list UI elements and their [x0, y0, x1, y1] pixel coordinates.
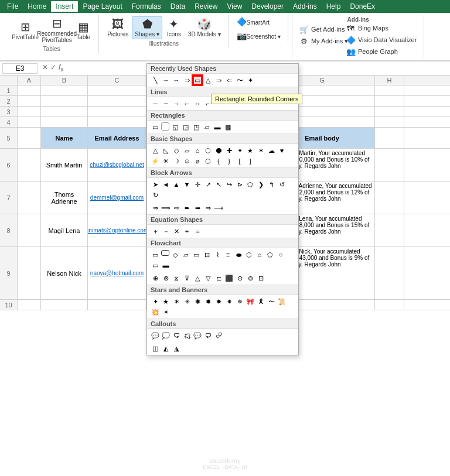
menu-formulas[interactable]: Formulas [127, 1, 166, 12]
menu-review[interactable]: Review [190, 1, 222, 12]
insert-function-icon[interactable]: fx [59, 63, 63, 73]
co-oval[interactable]: 🗨 [172, 331, 181, 340]
ba-extra5[interactable]: ➡ [193, 203, 202, 213]
menu-doneex[interactable]: DoneEx [345, 1, 380, 12]
ba-down[interactable]: ▼ [182, 180, 192, 189]
shape-arrow-left[interactable]: ⇐ [224, 76, 234, 85]
rect-snip2[interactable]: ◲ [181, 122, 190, 132]
bs-brace-l[interactable]: { [214, 156, 223, 166]
fc-seq[interactable]: ⬛ [224, 273, 234, 283]
shape-rect-rounded[interactable]: ▭ [193, 76, 202, 85]
sb-star16[interactable]: ✸ [214, 297, 223, 306]
menu-home[interactable]: Home [23, 1, 51, 12]
ba-pentagon[interactable]: ⬠ [246, 180, 255, 189]
cell-h5[interactable] [375, 128, 404, 148]
eq-multiply[interactable]: ✕ [172, 227, 181, 236]
ba-u[interactable]: ↺ [277, 180, 287, 189]
fc-manual[interactable]: ⌂ [255, 250, 264, 259]
fc-punch[interactable]: ▬ [161, 261, 171, 270]
cell-c7[interactable]: demmel@gmail.com [88, 182, 146, 214]
cell-a3[interactable] [18, 107, 41, 117]
col-header-h[interactable]: H [375, 76, 404, 85]
bs-brace-r[interactable]: } [224, 156, 234, 166]
smartart-button[interactable]: 🔷 SmartArt [234, 16, 272, 28]
rect-rounded-2[interactable] [161, 122, 169, 131]
shape-arrow-right[interactable]: ⇒ [214, 76, 223, 85]
pictures-button[interactable]: 🖼 Pictures [105, 17, 131, 39]
line-arrow-r[interactable]: → [172, 99, 181, 108]
fc-multi-doc[interactable]: ≡ [223, 250, 233, 259]
col-header-a[interactable]: A [18, 76, 41, 85]
fc-prep[interactable]: ⬡ [244, 250, 254, 259]
bs-bracket-l[interactable]: [ [235, 156, 244, 166]
fc-merge[interactable]: ▽ [203, 273, 213, 283]
bs-heart[interactable]: ♥ [277, 146, 287, 155]
cell-c10[interactable] [88, 300, 146, 310]
shape-wavy[interactable]: 〜 [235, 76, 244, 85]
ba-bent[interactable]: ↰ [267, 180, 276, 189]
bs-star5[interactable]: ★ [246, 146, 255, 155]
rect-snip3[interactable]: ◳ [192, 122, 201, 132]
pivot-table-button[interactable]: ⊞ PivotTable [9, 20, 41, 42]
cell-c5[interactable]: Email Address [88, 128, 146, 148]
shapes-button[interactable]: ⬟ Shapes ▾ [132, 16, 162, 39]
ba-extra4[interactable]: ➨ [182, 203, 192, 213]
sb-star10[interactable]: ✺ [193, 297, 202, 306]
sb-scroll[interactable]: 📜 [277, 297, 287, 306]
sb-star4[interactable]: ✦ [151, 297, 160, 306]
co-cloud[interactable]: 🗯 [182, 331, 192, 340]
cell-a9[interactable] [18, 247, 41, 299]
cell-h9[interactable] [375, 247, 404, 299]
eq-plus[interactable]: ＋ [151, 227, 160, 236]
my-addins-button[interactable]: ⚙ My Add-ins ▾ [297, 36, 350, 46]
col-header-b[interactable]: B [41, 76, 88, 85]
fc-display[interactable]: ⊡ [256, 273, 265, 283]
fc-delay[interactable]: ⊏ [214, 273, 223, 283]
cell-h8[interactable] [375, 214, 404, 246]
co-bent[interactable]: 🗩 [203, 331, 213, 340]
rect-plain[interactable]: ▭ [151, 122, 160, 132]
co-extra1[interactable]: ◫ [151, 344, 160, 353]
bs-rt-triangle[interactable]: ◺ [161, 146, 171, 155]
ba-extra1[interactable]: ⇒ [151, 203, 160, 213]
sb-star32[interactable]: ✵ [235, 297, 244, 306]
cell-h10[interactable] [375, 300, 404, 310]
fc-collate[interactable]: ⧖ [172, 273, 181, 283]
rect-d[interactable]: ▬ [213, 122, 222, 132]
cell-a2[interactable] [18, 96, 41, 106]
ba-circle[interactable]: ↻ [151, 190, 160, 200]
cell-h6[interactable] [375, 149, 404, 181]
cell-c6[interactable]: chuzi@sbcglobal.net [88, 149, 146, 181]
screenshot-button[interactable]: 📷 Screenshot ▾ [234, 30, 283, 42]
line-double-arrow[interactable]: ↔ [193, 99, 202, 108]
bs-parallelogram[interactable]: ▱ [182, 146, 192, 155]
cell-b6[interactable]: Smith Martin [41, 149, 88, 181]
line-dash[interactable]: ╌ [161, 99, 171, 108]
recommended-pivot-button[interactable]: ⊟ Recommended PivotTables [42, 16, 71, 44]
menu-file[interactable]: File [2, 1, 23, 12]
menu-help[interactable]: Help [322, 1, 346, 12]
bs-bracket-r[interactable]: ] [246, 156, 255, 166]
bing-maps-button[interactable]: 🗺 Bing Maps [344, 23, 391, 33]
bs-cloud[interactable]: ☁ [267, 146, 276, 155]
cell-c3[interactable] [88, 107, 146, 117]
ba-extra6[interactable]: ⇒ [203, 203, 213, 213]
line-arrow-l[interactable]: ← [182, 99, 192, 108]
eq-minus[interactable]: － [161, 227, 171, 236]
cell-b5[interactable]: Name [41, 128, 88, 148]
eq-equals[interactable]: ＝ [193, 227, 202, 236]
cell-c9[interactable]: naoya@hotmail.com [88, 247, 146, 299]
co-line[interactable]: 💬 [193, 331, 202, 340]
ba-left[interactable]: ◄ [161, 180, 171, 189]
cell-b9[interactable]: Nelson Nick [41, 247, 88, 299]
line-straight[interactable]: ─ [151, 99, 160, 108]
sb-ribbon-up[interactable]: 🎀 [246, 297, 255, 306]
cell-h3[interactable] [375, 107, 404, 117]
cell-reference-input[interactable] [2, 63, 38, 74]
sb-explosion1[interactable]: 💥 [151, 307, 160, 317]
fc-offpage[interactable]: ⬠ [265, 250, 275, 259]
bs-triangle[interactable]: △ [151, 146, 160, 155]
sb-star12[interactable]: ✹ [203, 297, 213, 306]
menu-data[interactable]: Data [166, 1, 190, 12]
col-header-c[interactable]: C [88, 76, 146, 85]
